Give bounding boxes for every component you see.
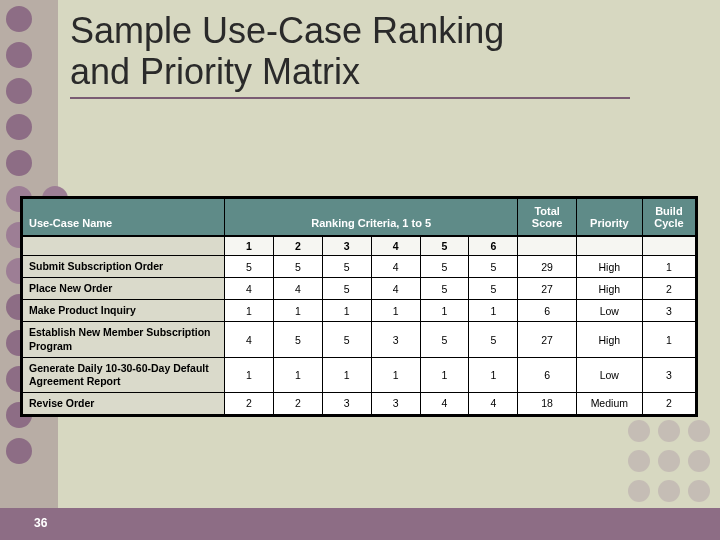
row-name: Submit Subscription Order	[23, 256, 225, 278]
row-name: Place New Order	[23, 278, 225, 300]
row-val: 5	[420, 278, 469, 300]
col-header-ranking: Ranking Criteria, 1 to 5	[224, 199, 517, 237]
criteria-col-5: 5	[420, 236, 469, 256]
row-val: 4	[371, 256, 420, 278]
row-val: 1	[371, 357, 420, 392]
page-number: 36	[34, 516, 47, 530]
row-val: 1	[273, 357, 322, 392]
row-val: 5	[224, 256, 273, 278]
row-cycle: 3	[642, 357, 695, 392]
title-line-1: Sample Use-Case Ranking	[70, 10, 504, 51]
row-val: 5	[469, 256, 518, 278]
row-score: 27	[518, 278, 576, 300]
row-val: 2	[224, 392, 273, 414]
row-score: 6	[518, 300, 576, 322]
table-row: Revise Order22334418Medium2	[23, 392, 696, 414]
row-val: 1	[420, 300, 469, 322]
criteria-col-4: 4	[371, 236, 420, 256]
row-val: 1	[322, 300, 371, 322]
row-val: 2	[273, 392, 322, 414]
row-val: 5	[469, 322, 518, 357]
table-row: Make Product Inquiry1111116Low3	[23, 300, 696, 322]
row-priority: High	[576, 278, 642, 300]
row-val: 4	[420, 392, 469, 414]
row-val: 3	[371, 392, 420, 414]
table-subheader-row: 1 2 3 4 5 6	[23, 236, 696, 256]
row-val: 5	[322, 322, 371, 357]
col-header-score: Total Score	[518, 199, 576, 237]
criteria-col-3: 3	[322, 236, 371, 256]
row-val: 1	[420, 357, 469, 392]
row-priority: High	[576, 322, 642, 357]
row-val: 3	[322, 392, 371, 414]
row-name: Make Product Inquiry	[23, 300, 225, 322]
table-row: Establish New Member Subscription Progra…	[23, 322, 696, 357]
page-title: Sample Use-Case Ranking and Priority Mat…	[70, 10, 630, 99]
row-cycle: 2	[642, 392, 695, 414]
row-cycle: 2	[642, 278, 695, 300]
table-row: Place New Order44545527High2	[23, 278, 696, 300]
row-val: 5	[469, 278, 518, 300]
row-val: 4	[224, 322, 273, 357]
row-val: 4	[273, 278, 322, 300]
criteria-col-6: 6	[469, 236, 518, 256]
row-val: 1	[273, 300, 322, 322]
criteria-col-2: 2	[273, 236, 322, 256]
priority-matrix-table: Use-Case Name Ranking Criteria, 1 to 5 T…	[20, 196, 698, 417]
row-val: 1	[469, 300, 518, 322]
decor-dots-bottom-right	[628, 420, 710, 502]
row-val: 5	[273, 256, 322, 278]
row-priority: Low	[576, 357, 642, 392]
row-val: 5	[322, 256, 371, 278]
row-name: Generate Daily 10-30-60-Day Default Agre…	[23, 357, 225, 392]
row-val: 5	[273, 322, 322, 357]
row-priority: Low	[576, 300, 642, 322]
footer-strip	[0, 508, 720, 540]
row-val: 4	[224, 278, 273, 300]
row-val: 1	[224, 300, 273, 322]
row-val: 1	[469, 357, 518, 392]
row-priority: High	[576, 256, 642, 278]
title-underline	[70, 97, 630, 99]
col-header-cycle: Build Cycle	[642, 199, 695, 237]
row-val: 5	[322, 278, 371, 300]
row-score: 27	[518, 322, 576, 357]
row-val: 4	[371, 278, 420, 300]
table-row: Generate Daily 10-30-60-Day Default Agre…	[23, 357, 696, 392]
row-val: 1	[224, 357, 273, 392]
row-name: Establish New Member Subscription Progra…	[23, 322, 225, 357]
row-val: 5	[420, 322, 469, 357]
row-val: 3	[371, 322, 420, 357]
title-line-2: and Priority Matrix	[70, 51, 360, 92]
row-val: 1	[322, 357, 371, 392]
row-val: 1	[371, 300, 420, 322]
row-cycle: 3	[642, 300, 695, 322]
row-cycle: 1	[642, 322, 695, 357]
row-val: 5	[420, 256, 469, 278]
row-val: 4	[469, 392, 518, 414]
row-score: 29	[518, 256, 576, 278]
row-priority: Medium	[576, 392, 642, 414]
row-score: 18	[518, 392, 576, 414]
row-cycle: 1	[642, 256, 695, 278]
col-header-priority: Priority	[576, 199, 642, 237]
table-header-row: Use-Case Name Ranking Criteria, 1 to 5 T…	[23, 199, 696, 237]
criteria-col-1: 1	[224, 236, 273, 256]
row-score: 6	[518, 357, 576, 392]
table-row: Submit Subscription Order55545529High1	[23, 256, 696, 278]
col-header-name: Use-Case Name	[23, 199, 225, 237]
row-name: Revise Order	[23, 392, 225, 414]
